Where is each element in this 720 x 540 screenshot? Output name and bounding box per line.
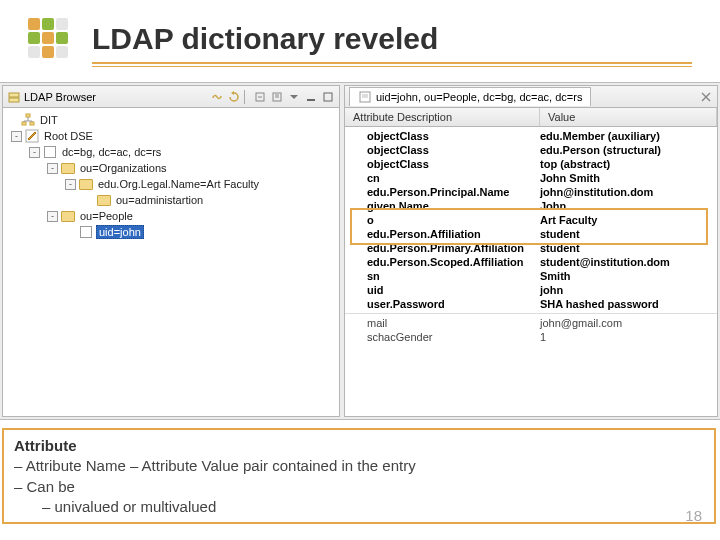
maximize-icon[interactable] [321,90,335,104]
tree-john[interactable]: uid=john [5,224,337,240]
tree-rootdse[interactable]: - Root DSE [5,128,337,144]
link-icon[interactable] [210,90,224,104]
attr-value: student@institution.dom [540,256,717,268]
folder-icon [79,177,93,191]
tree-icon [21,113,35,127]
ldap-browser-pane: LDAP Browser [2,85,340,417]
svg-rect-0 [9,93,19,97]
attr-name: schacGender [345,331,540,343]
table-row[interactable]: user.PasswordSHA hashed password [345,297,717,311]
table-row[interactable]: edu.Person.Primary.Affiliationstudent [345,241,717,255]
tree-people[interactable]: - ou=People [5,208,337,224]
expand-toggle[interactable]: - [29,147,40,158]
toolbar-separator [244,90,250,104]
col-attribute[interactable]: Attribute Description [345,108,540,126]
title-underline [92,62,692,67]
table-row[interactable]: edu.Person.Scoped.Affiliationstudent@ins… [345,255,717,269]
attr-name: objectClass [345,130,540,142]
attr-name: edu.Person.Affiliation [345,228,540,240]
slide-title: LDAP dictionary reveled [92,22,438,56]
attr-name: given.Name [345,200,540,212]
collapse-icon[interactable] [253,90,267,104]
table-row[interactable]: edu.Person.Principal.Namejohn@institutio… [345,185,717,199]
refresh-icon[interactable] [227,90,241,104]
attr-name: user.Password [345,298,540,310]
svg-rect-10 [22,122,26,125]
editor-tabbar: uid=john, ou=People, dc=bg, dc=ac, dc=rs [345,86,717,108]
note-line: – univalued or multivalued [14,497,704,517]
note-heading: Attribute [14,436,704,456]
note-line: – Can be [14,477,704,497]
expand-toggle[interactable]: - [65,179,76,190]
table-row[interactable]: snSmith [345,269,717,283]
table-row[interactable]: uidjohn [345,283,717,297]
attr-value: student [540,242,717,254]
attr-name: uid [345,284,540,296]
table-row[interactable]: mailjohn@gmail.com [345,316,717,330]
menu-dropdown-icon[interactable] [287,90,301,104]
browser-pane-title: LDAP Browser [24,91,96,103]
attr-value: Art Faculty [540,214,717,226]
attr-name: cn [345,172,540,184]
tree-root[interactable]: DIT [5,112,337,128]
ldap-tree[interactable]: DIT - Root DSE - dc=bg, dc=ac, dc=rs - [3,108,339,416]
attr-value: 1 [540,331,717,343]
table-header: Attribute Description Value [345,108,717,127]
folder-icon [61,161,75,175]
entry-icon [79,225,93,239]
attr-value: top (abstract) [540,158,717,170]
table-row[interactable]: objectClassedu.Person (structural) [345,143,717,157]
tree-label: dc=bg, dc=ac, dc=rs [60,146,163,158]
filter-icon[interactable] [270,90,284,104]
tree-artfaculty[interactable]: - edu.Org.Legal.Name=Art Faculty [5,176,337,192]
browser-toolbar: LDAP Browser [3,86,339,108]
tree-label: ou=Organizations [78,162,169,174]
folder-icon [61,209,75,223]
expand-toggle[interactable]: - [47,163,58,174]
attr-name: edu.Person.Principal.Name [345,186,540,198]
note-box: Attribute – Attribute Name – Attribute V… [2,428,716,524]
attr-name: edu.Person.Primary.Affiliation [345,242,540,254]
server-icon [7,90,21,104]
attr-value: john@institution.dom [540,186,717,198]
attribute-table[interactable]: Attribute Description Value objectClasse… [345,108,717,416]
pencil-icon [25,129,39,143]
attr-value: john [540,284,717,296]
table-row[interactable]: edu.Person.Affiliationstudent [345,227,717,241]
tree-admin[interactable]: ou=administartion [5,192,337,208]
svg-rect-8 [324,93,332,101]
table-row[interactable]: objectClassedu.Member (auxiliary) [345,129,717,143]
attr-value: student [540,228,717,240]
editor-tab[interactable]: uid=john, ou=People, dc=bg, dc=ac, dc=rs [349,87,591,106]
attr-name: objectClass [345,144,540,156]
editor-tab-label: uid=john, ou=People, dc=bg, dc=ac, dc=rs [376,91,582,103]
tree-dc[interactable]: - dc=bg, dc=ac, dc=rs [5,144,337,160]
table-row[interactable]: oArt Faculty [345,213,717,227]
tree-label: Root DSE [42,130,95,142]
ldap-app: LDAP Browser [0,82,720,420]
expand-toggle[interactable]: - [11,131,22,142]
table-row[interactable]: objectClasstop (abstract) [345,157,717,171]
svg-rect-9 [26,114,30,117]
table-row[interactable]: cnJohn Smith [345,171,717,185]
tree-label: DIT [38,114,60,126]
tree-orgs[interactable]: - ou=Organizations [5,160,337,176]
col-value[interactable]: Value [540,108,717,126]
table-row[interactable]: given.NameJohn [345,199,717,213]
page-number: 18 [685,507,702,524]
attr-name: objectClass [345,158,540,170]
close-tab-icon[interactable] [699,90,713,104]
attr-name: sn [345,270,540,282]
table-row[interactable]: schacGender1 [345,330,717,344]
attr-name: edu.Person.Scoped.Affiliation [345,256,540,268]
minimize-icon[interactable] [304,90,318,104]
attr-name: o [345,214,540,226]
svg-rect-11 [30,122,34,125]
attr-value: John [540,200,717,212]
entry-icon [43,145,57,159]
expand-toggle[interactable]: - [47,211,58,222]
attr-value: SHA hashed password [540,298,717,310]
tree-label: edu.Org.Legal.Name=Art Faculty [96,178,261,190]
folder-icon [97,193,111,207]
attr-value: Smith [540,270,717,282]
